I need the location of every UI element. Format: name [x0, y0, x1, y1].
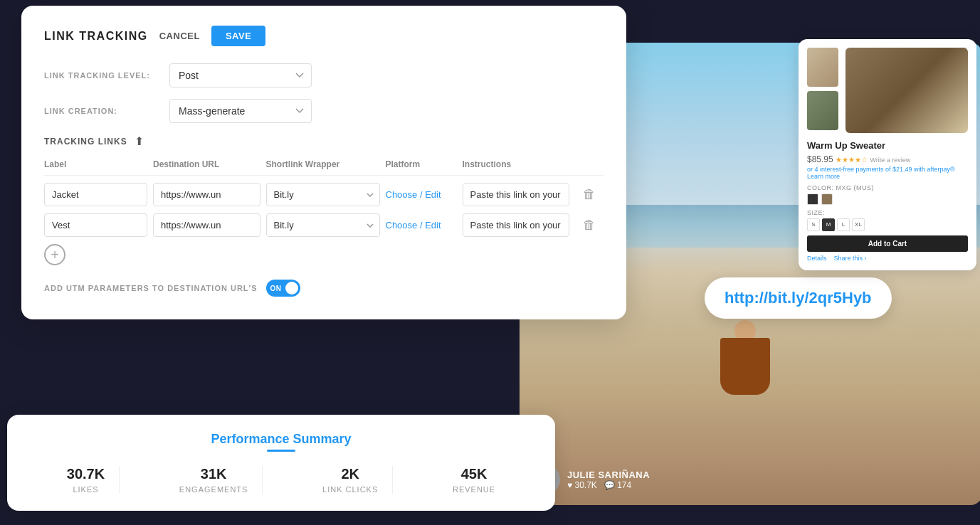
utm-row: ADD UTM PARAMETERS TO DESTINATION URL'S … [44, 280, 604, 297]
size-m[interactable]: M [822, 218, 835, 231]
tracking-level-label: LINK TRACKING LEVEL: [44, 71, 158, 80]
col-header-destination: Destination URL [153, 159, 260, 169]
table-header: Label Destination URL Shortlink Wrapper … [44, 159, 604, 176]
product-price: $85.95 ★★★★☆ Write a review [807, 154, 968, 164]
link-tracking-modal: LINK TRACKING CANCEL SAVE LINK TRACKING … [21, 6, 626, 319]
product-thumbnail-1[interactable] [807, 48, 838, 87]
delete-icon-jacket[interactable]: 🗑 [575, 187, 604, 202]
col-header-label: Label [44, 159, 147, 169]
bitly-bubble: http://bit.ly/2qr5Hyb [705, 277, 892, 319]
col-header-shortlink: Shortlink Wrapper [266, 159, 380, 169]
product-name: Warm Up Sweater [807, 140, 968, 152]
stat-engagements: 31K ENGAGEMENTS [165, 466, 263, 494]
thumbnail-img-2 [807, 91, 838, 130]
stat-revenue-value: 45K [453, 466, 495, 482]
size-options: S M L XL [807, 218, 968, 231]
table-row: Bit.ly Choose / Edit 🗑 [44, 213, 604, 237]
link-creation-row: LINK CREATION: Mass-generate [44, 99, 604, 123]
color-swatch-olive[interactable] [821, 193, 833, 205]
performance-title: Performance Summary [30, 432, 532, 447]
toggle-on-label: ON [270, 285, 282, 292]
stat-revenue-label: REVENUE [453, 485, 495, 494]
delete-icon-vest[interactable]: 🗑 [575, 218, 604, 233]
add-to-cart-button[interactable]: Add to Cart [807, 235, 968, 252]
color-swatch-dark[interactable] [807, 193, 818, 205]
shortlink-select-jacket[interactable]: Bit.ly [266, 183, 380, 206]
choose-edit-link-vest[interactable]: Choose / Edit [386, 220, 457, 230]
label-input-jacket[interactable] [44, 183, 147, 206]
table-row: Bit.ly Choose / Edit 🗑 [44, 183, 604, 206]
user-stats: ♥ 30.7K 💬 174 [567, 480, 650, 490]
product-details: Warm Up Sweater $85.95 ★★★★☆ Write a rev… [807, 140, 968, 262]
modal-title: LINK TRACKING [44, 30, 148, 43]
beach-figure [717, 320, 774, 448]
performance-underline [267, 450, 295, 452]
tracking-level-row: LINK TRACKING LEVEL: Post [44, 63, 604, 88]
user-info: JULIE SARIÑANA ♥ 30.7K 💬 174 [567, 470, 650, 490]
utm-label: ADD UTM PARAMETERS TO DESTINATION URL'S [44, 284, 258, 292]
figure-dress [720, 338, 770, 395]
tracking-links-label: TRACKING LINKS [44, 137, 127, 147]
destination-input-vest[interactable] [153, 213, 260, 237]
user-comments: 💬 174 [604, 480, 631, 490]
stat-link-clicks: 2K LINK CLICKS [308, 466, 393, 494]
color-label: Color: MXG (Mus) [807, 184, 968, 191]
shortlink-select-vest[interactable]: Bit.ly [266, 213, 380, 237]
user-likes: ♥ 30.7K [567, 480, 597, 490]
label-input-vest[interactable] [44, 213, 147, 237]
destination-input-jacket[interactable] [153, 183, 260, 206]
user-name: JULIE SARIÑANA [567, 470, 650, 480]
tracking-level-select[interactable]: Post [169, 63, 312, 88]
stat-revenue: 45K REVENUE [438, 466, 510, 494]
stat-likes-value: 30.7K [67, 466, 105, 482]
instructions-input-jacket[interactable] [463, 183, 570, 206]
thumbnail-img-1 [807, 48, 838, 87]
price-value: $85.95 [807, 154, 833, 164]
link-creation-label: LINK CREATION: [44, 107, 158, 115]
size-xl[interactable]: XL [852, 218, 865, 231]
product-stars: ★★★★☆ [836, 156, 868, 164]
bitly-url[interactable]: http://bit.ly/2qr5Hyb [725, 289, 872, 307]
col-header-actions [575, 159, 604, 169]
col-header-platform: Platform [386, 159, 457, 169]
product-photo [845, 48, 968, 133]
col-header-instructions: Instructions [463, 159, 570, 169]
product-card: ♡ Warm Up Sweater $85.95 ★★★★☆ Write a r… [799, 39, 976, 270]
link-creation-select[interactable]: Mass-generate [169, 99, 312, 123]
tracking-links-header: TRACKING LINKS ⬆ [44, 134, 604, 148]
product-installment: or 4 interest-free payments of $21.49 wi… [807, 166, 968, 180]
product-thumbnails [807, 48, 838, 133]
modal-header: LINK TRACKING CANCEL SAVE [44, 26, 604, 46]
product-links: Details Share this › [807, 255, 968, 262]
upload-icon[interactable]: ⬆ [135, 134, 144, 148]
size-s[interactable]: S [807, 218, 820, 231]
product-color-section: Color: MXG (Mus) [807, 184, 968, 205]
performance-card: Performance Summary 30.7K LIKES 31K ENGA… [7, 415, 555, 511]
performance-stats: 30.7K LIKES 31K ENGAGEMENTS 2K LINK CLIC… [30, 466, 532, 494]
save-button[interactable]: SAVE [211, 26, 265, 46]
product-card-inner [807, 48, 968, 133]
add-row-button[interactable]: + [44, 244, 65, 265]
product-size-section: Size: S M L XL [807, 209, 968, 231]
stat-likes-label: LIKES [67, 485, 105, 494]
cancel-button[interactable]: CANCEL [159, 31, 200, 41]
choose-edit-link-jacket[interactable]: Choose / Edit [386, 189, 457, 200]
color-swatches [807, 193, 968, 205]
product-main-image [845, 48, 968, 133]
utm-toggle[interactable]: ON [266, 280, 300, 297]
product-thumbnail-2[interactable] [807, 91, 838, 130]
details-link[interactable]: Details [807, 255, 827, 262]
stat-link-clicks-label: LINK CLICKS [322, 485, 378, 494]
toggle-thumb [285, 282, 298, 295]
share-link[interactable]: Share this › [834, 255, 867, 262]
size-label: Size: [807, 209, 968, 216]
stat-engagements-value: 31K [179, 466, 248, 482]
review-label[interactable]: Write a review [870, 157, 910, 164]
stat-link-clicks-value: 2K [322, 466, 378, 482]
stat-likes: 30.7K LIKES [53, 466, 120, 494]
stat-engagements-label: ENGAGEMENTS [179, 485, 248, 494]
instructions-input-vest[interactable] [463, 213, 570, 237]
size-l[interactable]: L [837, 218, 850, 231]
